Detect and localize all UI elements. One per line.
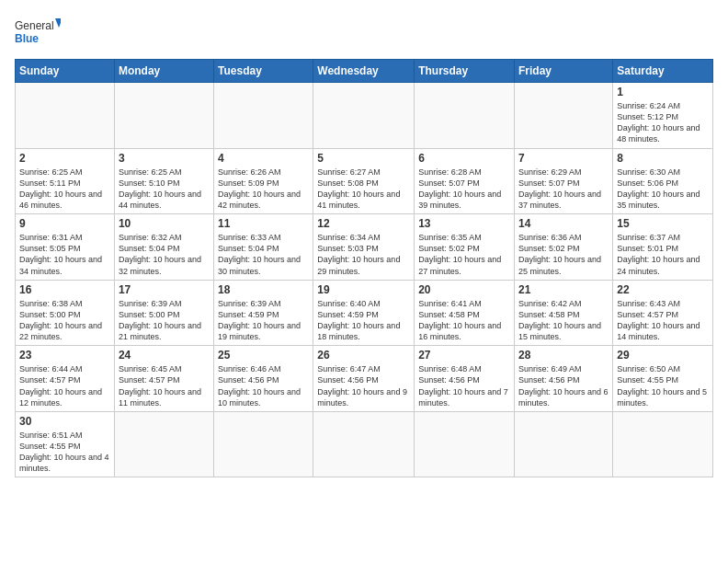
- week-row-2: 9Sunrise: 6:31 AM Sunset: 5:05 PM Daylig…: [16, 214, 713, 281]
- day-info: Sunrise: 6:29 AM Sunset: 5:07 PM Dayligh…: [518, 167, 609, 212]
- day-cell: 8Sunrise: 6:30 AM Sunset: 5:06 PM Daylig…: [613, 148, 713, 214]
- day-cell: 19Sunrise: 6:40 AM Sunset: 4:59 PM Dayli…: [313, 280, 415, 346]
- weekday-header-row: SundayMondayTuesdayWednesdayThursdayFrid…: [16, 60, 713, 83]
- day-cell: [613, 411, 713, 477]
- day-info: Sunrise: 6:46 AM Sunset: 4:56 PM Dayligh…: [218, 363, 309, 408]
- weekday-saturday: Saturday: [613, 60, 713, 83]
- svg-text:General: General: [15, 19, 54, 32]
- day-number: 17: [119, 283, 210, 296]
- day-number: 9: [19, 217, 110, 230]
- weekday-thursday: Thursday: [415, 60, 515, 83]
- day-cell: 23Sunrise: 6:44 AM Sunset: 4:57 PM Dayli…: [16, 346, 115, 412]
- logo-svg: General Blue: [15, 15, 61, 50]
- day-number: 15: [617, 217, 709, 230]
- day-info: Sunrise: 6:47 AM Sunset: 4:56 PM Dayligh…: [317, 363, 410, 408]
- weekday-sunday: Sunday: [16, 60, 115, 83]
- day-cell: [114, 411, 213, 477]
- day-info: Sunrise: 6:38 AM Sunset: 5:00 PM Dayligh…: [19, 298, 110, 343]
- day-cell: 2Sunrise: 6:25 AM Sunset: 5:11 PM Daylig…: [16, 148, 115, 214]
- calendar: SundayMondayTuesdayWednesdayThursdayFrid…: [15, 59, 713, 477]
- day-number: 6: [418, 152, 510, 165]
- day-number: 16: [19, 283, 110, 296]
- week-row-4: 23Sunrise: 6:44 AM Sunset: 4:57 PM Dayli…: [16, 346, 713, 412]
- day-cell: 9Sunrise: 6:31 AM Sunset: 5:05 PM Daylig…: [16, 214, 115, 281]
- day-cell: 27Sunrise: 6:48 AM Sunset: 4:56 PM Dayli…: [415, 346, 515, 412]
- day-cell: 4Sunrise: 6:26 AM Sunset: 5:09 PM Daylig…: [214, 148, 313, 214]
- day-cell: 1Sunrise: 6:24 AM Sunset: 5:12 PM Daylig…: [613, 83, 713, 149]
- day-info: Sunrise: 6:39 AM Sunset: 5:00 PM Dayligh…: [119, 298, 210, 343]
- weekday-wednesday: Wednesday: [313, 60, 415, 83]
- day-number: 25: [218, 349, 309, 362]
- day-number: 23: [19, 349, 110, 362]
- day-info: Sunrise: 6:43 AM Sunset: 4:57 PM Dayligh…: [617, 298, 709, 343]
- day-cell: 17Sunrise: 6:39 AM Sunset: 5:00 PM Dayli…: [114, 280, 213, 346]
- day-info: Sunrise: 6:39 AM Sunset: 4:59 PM Dayligh…: [218, 298, 309, 343]
- logo: General Blue: [15, 15, 61, 50]
- day-info: Sunrise: 6:50 AM Sunset: 4:55 PM Dayligh…: [617, 363, 709, 408]
- day-cell: 20Sunrise: 6:41 AM Sunset: 4:58 PM Dayli…: [415, 280, 515, 346]
- day-info: Sunrise: 6:34 AM Sunset: 5:03 PM Dayligh…: [317, 232, 410, 277]
- weekday-monday: Monday: [114, 60, 213, 83]
- day-cell: 18Sunrise: 6:39 AM Sunset: 4:59 PM Dayli…: [214, 280, 313, 346]
- day-info: Sunrise: 6:28 AM Sunset: 5:07 PM Dayligh…: [418, 167, 510, 212]
- day-cell: [214, 411, 313, 477]
- day-number: 1: [617, 86, 709, 98]
- day-info: Sunrise: 6:48 AM Sunset: 4:56 PM Dayligh…: [418, 363, 510, 408]
- day-info: Sunrise: 6:49 AM Sunset: 4:56 PM Dayligh…: [518, 363, 609, 408]
- svg-text:Blue: Blue: [15, 32, 39, 45]
- day-info: Sunrise: 6:31 AM Sunset: 5:05 PM Dayligh…: [19, 232, 110, 277]
- day-info: Sunrise: 6:45 AM Sunset: 4:57 PM Dayligh…: [119, 363, 210, 408]
- day-number: 19: [317, 283, 410, 296]
- day-number: 7: [518, 152, 609, 165]
- day-cell: [313, 411, 415, 477]
- day-info: Sunrise: 6:44 AM Sunset: 4:57 PM Dayligh…: [19, 363, 110, 408]
- day-number: 11: [218, 217, 309, 230]
- day-cell: [515, 83, 613, 149]
- day-number: 21: [518, 283, 609, 296]
- day-number: 29: [617, 349, 709, 362]
- weekday-tuesday: Tuesday: [214, 60, 313, 83]
- day-cell: 7Sunrise: 6:29 AM Sunset: 5:07 PM Daylig…: [515, 148, 613, 214]
- day-cell: 6Sunrise: 6:28 AM Sunset: 5:07 PM Daylig…: [415, 148, 515, 214]
- day-cell: [313, 83, 415, 149]
- day-number: 22: [617, 283, 709, 296]
- day-cell: 21Sunrise: 6:42 AM Sunset: 4:58 PM Dayli…: [515, 280, 613, 346]
- day-cell: 25Sunrise: 6:46 AM Sunset: 4:56 PM Dayli…: [214, 346, 313, 412]
- day-cell: [415, 83, 515, 149]
- day-cell: 28Sunrise: 6:49 AM Sunset: 4:56 PM Dayli…: [515, 346, 613, 412]
- day-cell: 10Sunrise: 6:32 AM Sunset: 5:04 PM Dayli…: [114, 214, 213, 281]
- day-info: Sunrise: 6:33 AM Sunset: 5:04 PM Dayligh…: [218, 232, 309, 277]
- day-cell: [16, 83, 115, 149]
- day-cell: [214, 83, 313, 149]
- header: General Blue: [15, 15, 713, 50]
- svg-marker-2: [55, 18, 61, 28]
- day-cell: 15Sunrise: 6:37 AM Sunset: 5:01 PM Dayli…: [613, 214, 713, 281]
- weekday-friday: Friday: [515, 60, 613, 83]
- day-info: Sunrise: 6:35 AM Sunset: 5:02 PM Dayligh…: [418, 232, 510, 277]
- day-cell: 14Sunrise: 6:36 AM Sunset: 5:02 PM Dayli…: [515, 214, 613, 281]
- day-info: Sunrise: 6:41 AM Sunset: 4:58 PM Dayligh…: [418, 298, 510, 343]
- day-info: Sunrise: 6:37 AM Sunset: 5:01 PM Dayligh…: [617, 232, 709, 277]
- day-number: 14: [518, 217, 609, 230]
- day-number: 20: [418, 283, 510, 296]
- day-cell: 30Sunrise: 6:51 AM Sunset: 4:55 PM Dayli…: [16, 411, 115, 477]
- week-row-5: 30Sunrise: 6:51 AM Sunset: 4:55 PM Dayli…: [16, 411, 713, 477]
- day-info: Sunrise: 6:24 AM Sunset: 5:12 PM Dayligh…: [617, 100, 709, 145]
- day-cell: 11Sunrise: 6:33 AM Sunset: 5:04 PM Dayli…: [214, 214, 313, 281]
- day-info: Sunrise: 6:25 AM Sunset: 5:11 PM Dayligh…: [19, 167, 110, 212]
- day-number: 24: [119, 349, 210, 362]
- day-info: Sunrise: 6:30 AM Sunset: 5:06 PM Dayligh…: [617, 167, 709, 212]
- day-cell: 3Sunrise: 6:25 AM Sunset: 5:10 PM Daylig…: [114, 148, 213, 214]
- day-number: 8: [617, 152, 709, 165]
- day-number: 28: [518, 349, 609, 362]
- day-number: 2: [19, 152, 110, 165]
- day-info: Sunrise: 6:51 AM Sunset: 4:55 PM Dayligh…: [19, 430, 110, 475]
- day-cell: [415, 411, 515, 477]
- day-number: 27: [418, 349, 510, 362]
- day-info: Sunrise: 6:40 AM Sunset: 4:59 PM Dayligh…: [317, 298, 410, 343]
- day-number: 26: [317, 349, 410, 362]
- day-info: Sunrise: 6:25 AM Sunset: 5:10 PM Dayligh…: [119, 167, 210, 212]
- day-cell: 29Sunrise: 6:50 AM Sunset: 4:55 PM Dayli…: [613, 346, 713, 412]
- week-row-0: 1Sunrise: 6:24 AM Sunset: 5:12 PM Daylig…: [16, 83, 713, 149]
- day-info: Sunrise: 6:36 AM Sunset: 5:02 PM Dayligh…: [518, 232, 609, 277]
